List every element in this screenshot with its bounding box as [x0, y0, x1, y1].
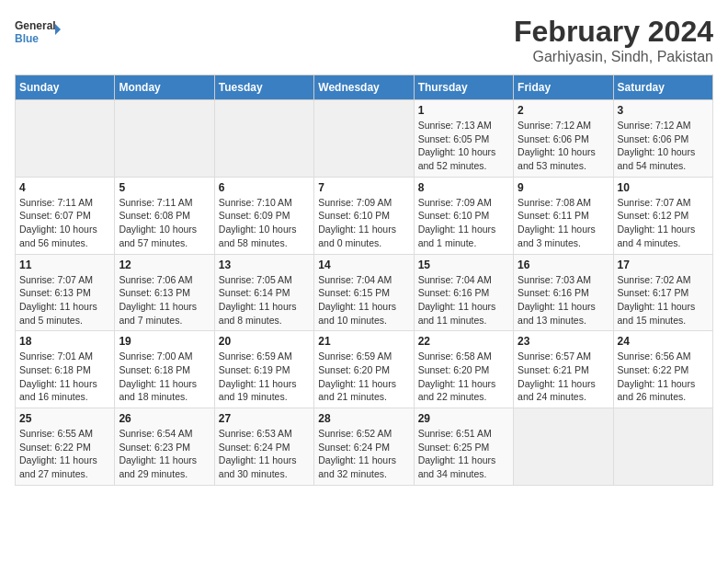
- calendar-cell: 14Sunrise: 7:04 AM Sunset: 6:15 PM Dayli…: [314, 254, 414, 331]
- day-info: Sunrise: 6:57 AM Sunset: 6:21 PM Dayligh…: [518, 350, 609, 404]
- day-info: Sunrise: 7:09 AM Sunset: 6:10 PM Dayligh…: [418, 196, 509, 250]
- calendar-day-header: Friday: [514, 75, 613, 100]
- calendar-cell: 15Sunrise: 7:04 AM Sunset: 6:16 PM Dayli…: [414, 254, 513, 331]
- calendar-week-row: 25Sunrise: 6:55 AM Sunset: 6:22 PM Dayli…: [16, 408, 713, 486]
- page-title: February 2024: [514, 15, 713, 49]
- calendar-cell: 18Sunrise: 7:01 AM Sunset: 6:18 PM Dayli…: [16, 331, 115, 408]
- calendar-cell: 10Sunrise: 7:07 AM Sunset: 6:12 PM Dayli…: [613, 177, 712, 254]
- day-number: 24: [618, 335, 709, 348]
- day-number: 1: [418, 104, 509, 117]
- calendar-cell: 23Sunrise: 6:57 AM Sunset: 6:21 PM Dayli…: [514, 331, 613, 408]
- day-number: 21: [318, 335, 409, 348]
- day-info: Sunrise: 6:58 AM Sunset: 6:20 PM Dayligh…: [418, 350, 509, 404]
- logo-svg: General Blue: [15, 15, 61, 52]
- calendar-cell: 27Sunrise: 6:53 AM Sunset: 6:24 PM Dayli…: [214, 408, 313, 486]
- calendar-cell: 9Sunrise: 7:08 AM Sunset: 6:11 PM Daylig…: [514, 177, 613, 254]
- day-number: 17: [618, 259, 709, 271]
- day-info: Sunrise: 6:55 AM Sunset: 6:22 PM Dayligh…: [19, 427, 110, 481]
- day-number: 23: [518, 335, 609, 348]
- day-number: 5: [119, 181, 210, 194]
- calendar-cell: 1Sunrise: 7:13 AM Sunset: 6:05 PM Daylig…: [414, 100, 513, 178]
- calendar-day-header: Sunday: [16, 75, 115, 100]
- day-number: 6: [219, 181, 310, 194]
- day-info: Sunrise: 7:00 AM Sunset: 6:18 PM Dayligh…: [119, 350, 210, 404]
- day-number: 9: [518, 181, 609, 194]
- calendar-cell: [16, 100, 115, 178]
- calendar-cell: 16Sunrise: 7:03 AM Sunset: 6:16 PM Dayli…: [514, 254, 613, 331]
- calendar-cell: 13Sunrise: 7:05 AM Sunset: 6:14 PM Dayli…: [214, 254, 313, 331]
- title-block: February 2024 Garhiyasin, Sindh, Pakista…: [514, 15, 713, 65]
- calendar-cell: 24Sunrise: 6:56 AM Sunset: 6:22 PM Dayli…: [613, 331, 712, 408]
- calendar-week-row: 11Sunrise: 7:07 AM Sunset: 6:13 PM Dayli…: [16, 254, 713, 331]
- day-number: 29: [418, 412, 509, 425]
- calendar-cell: 2Sunrise: 7:12 AM Sunset: 6:06 PM Daylig…: [514, 100, 613, 178]
- calendar-cell: 8Sunrise: 7:09 AM Sunset: 6:10 PM Daylig…: [414, 177, 513, 254]
- day-number: 20: [219, 335, 310, 348]
- calendar-cell: 29Sunrise: 6:51 AM Sunset: 6:25 PM Dayli…: [414, 408, 513, 486]
- day-number: 28: [318, 412, 409, 425]
- day-info: Sunrise: 6:53 AM Sunset: 6:24 PM Dayligh…: [219, 427, 310, 481]
- day-number: 13: [219, 259, 310, 271]
- day-number: 27: [219, 412, 310, 425]
- day-number: 11: [19, 259, 110, 271]
- day-info: Sunrise: 7:07 AM Sunset: 6:12 PM Dayligh…: [618, 196, 709, 250]
- day-info: Sunrise: 6:51 AM Sunset: 6:25 PM Dayligh…: [418, 427, 509, 481]
- calendar-week-row: 18Sunrise: 7:01 AM Sunset: 6:18 PM Dayli…: [16, 331, 713, 408]
- calendar-cell: [214, 100, 313, 178]
- day-info: Sunrise: 7:04 AM Sunset: 6:15 PM Dayligh…: [318, 273, 409, 327]
- day-info: Sunrise: 7:03 AM Sunset: 6:16 PM Dayligh…: [518, 273, 609, 327]
- calendar-cell: 4Sunrise: 7:11 AM Sunset: 6:07 PM Daylig…: [16, 177, 115, 254]
- day-number: 8: [418, 181, 509, 194]
- day-info: Sunrise: 7:06 AM Sunset: 6:13 PM Dayligh…: [119, 273, 210, 327]
- day-number: 7: [318, 181, 409, 194]
- calendar-cell: 11Sunrise: 7:07 AM Sunset: 6:13 PM Dayli…: [16, 254, 115, 331]
- calendar-cell: 3Sunrise: 7:12 AM Sunset: 6:06 PM Daylig…: [613, 100, 712, 178]
- page-subtitle: Garhiyasin, Sindh, Pakistan: [514, 49, 713, 65]
- day-number: 2: [518, 104, 609, 117]
- calendar-week-row: 1Sunrise: 7:13 AM Sunset: 6:05 PM Daylig…: [16, 100, 713, 178]
- day-info: Sunrise: 7:12 AM Sunset: 6:06 PM Dayligh…: [518, 119, 609, 173]
- calendar-cell: 21Sunrise: 6:59 AM Sunset: 6:20 PM Dayli…: [314, 331, 414, 408]
- day-info: Sunrise: 6:59 AM Sunset: 6:20 PM Dayligh…: [318, 350, 409, 404]
- calendar-cell: 25Sunrise: 6:55 AM Sunset: 6:22 PM Dayli…: [16, 408, 115, 486]
- day-number: 19: [119, 335, 210, 348]
- day-info: Sunrise: 7:01 AM Sunset: 6:18 PM Dayligh…: [19, 350, 110, 404]
- day-info: Sunrise: 7:05 AM Sunset: 6:14 PM Dayligh…: [219, 273, 310, 327]
- day-number: 26: [119, 412, 210, 425]
- day-number: 12: [119, 259, 210, 271]
- calendar-week-row: 4Sunrise: 7:11 AM Sunset: 6:07 PM Daylig…: [16, 177, 713, 254]
- day-number: 16: [518, 259, 609, 271]
- day-info: Sunrise: 7:02 AM Sunset: 6:17 PM Dayligh…: [618, 273, 709, 327]
- day-number: 15: [418, 259, 509, 271]
- calendar-day-header: Thursday: [414, 75, 513, 100]
- page-header: General Blue February 2024 Garhiyasin, S…: [15, 15, 713, 65]
- calendar-day-header: Saturday: [613, 75, 712, 100]
- calendar-cell: 12Sunrise: 7:06 AM Sunset: 6:13 PM Dayli…: [115, 254, 214, 331]
- day-info: Sunrise: 7:04 AM Sunset: 6:16 PM Dayligh…: [418, 273, 509, 327]
- calendar-table: SundayMondayTuesdayWednesdayThursdayFrid…: [15, 75, 713, 486]
- calendar-cell: 17Sunrise: 7:02 AM Sunset: 6:17 PM Dayli…: [613, 254, 712, 331]
- day-number: 4: [19, 181, 110, 194]
- calendar-day-header: Wednesday: [314, 75, 414, 100]
- day-info: Sunrise: 7:10 AM Sunset: 6:09 PM Dayligh…: [219, 196, 310, 250]
- calendar-cell: 7Sunrise: 7:09 AM Sunset: 6:10 PM Daylig…: [314, 177, 414, 254]
- calendar-cell: 19Sunrise: 7:00 AM Sunset: 6:18 PM Dayli…: [115, 331, 214, 408]
- logo: General Blue: [15, 15, 61, 52]
- svg-marker-2: [55, 24, 61, 35]
- calendar-cell: 28Sunrise: 6:52 AM Sunset: 6:24 PM Dayli…: [314, 408, 414, 486]
- calendar-cell: 20Sunrise: 6:59 AM Sunset: 6:19 PM Dayli…: [214, 331, 313, 408]
- day-number: 25: [19, 412, 110, 425]
- day-info: Sunrise: 6:54 AM Sunset: 6:23 PM Dayligh…: [119, 427, 210, 481]
- calendar-cell: 26Sunrise: 6:54 AM Sunset: 6:23 PM Dayli…: [115, 408, 214, 486]
- calendar-cell: 5Sunrise: 7:11 AM Sunset: 6:08 PM Daylig…: [115, 177, 214, 254]
- calendar-cell: [514, 408, 613, 486]
- day-number: 18: [19, 335, 110, 348]
- calendar-day-header: Monday: [115, 75, 214, 100]
- day-number: 14: [318, 259, 409, 271]
- day-info: Sunrise: 7:13 AM Sunset: 6:05 PM Dayligh…: [418, 119, 509, 173]
- day-info: Sunrise: 6:59 AM Sunset: 6:19 PM Dayligh…: [219, 350, 310, 404]
- svg-text:Blue: Blue: [15, 32, 39, 45]
- calendar-cell: [115, 100, 214, 178]
- calendar-cell: 6Sunrise: 7:10 AM Sunset: 6:09 PM Daylig…: [214, 177, 313, 254]
- calendar-body: 1Sunrise: 7:13 AM Sunset: 6:05 PM Daylig…: [16, 100, 713, 486]
